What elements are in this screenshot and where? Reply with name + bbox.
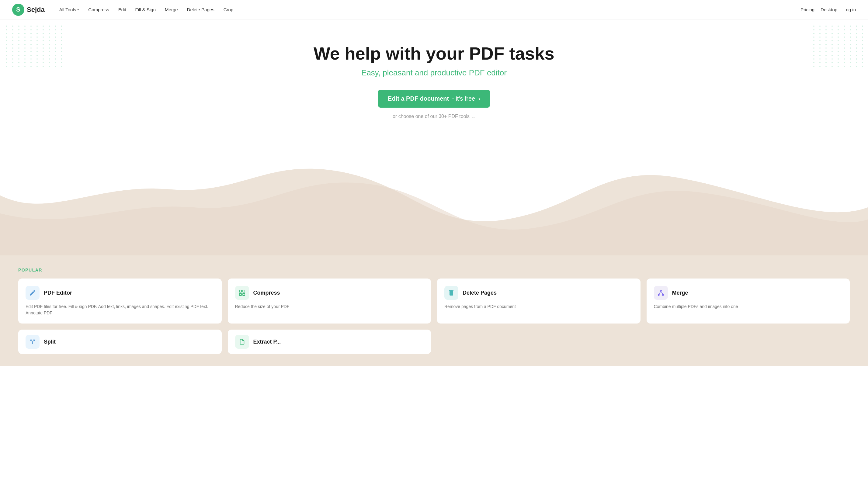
nav-login[interactable]: Log in (844, 7, 856, 12)
nav-compress[interactable]: Compress (85, 5, 113, 14)
pdf-editor-desc: Edit PDF files for free. Fill & sign PDF… (25, 304, 215, 316)
nav-fill-sign[interactable]: Fill & Sign (132, 5, 160, 14)
cta-free-text: - it's free (452, 95, 475, 102)
chevron-down-icon: ⌄ (472, 114, 475, 119)
nav-right: Pricing Desktop Log in (800, 7, 856, 12)
card-delete-pages[interactable]: Delete Pages Remove pages from a PDF doc… (437, 278, 641, 324)
popular-label: POPULAR (18, 255, 850, 278)
navbar: S Sejda All Tools ▾ Compress Edit Fill &… (0, 0, 868, 19)
svg-rect-3 (243, 293, 245, 295)
cta-edit-button[interactable]: Edit a PDF document - it's free › (378, 90, 490, 108)
nav-delete-pages[interactable]: Delete Pages (183, 5, 218, 14)
card-compress[interactable]: Compress Reduce the size of your PDF (228, 278, 431, 324)
wave-section (0, 135, 868, 255)
compress-icon (235, 286, 249, 300)
split-icon (25, 335, 39, 349)
logo-link[interactable]: S Sejda (12, 4, 45, 16)
delete-pages-desc: Remove pages from a PDF document (444, 304, 633, 310)
nav-all-tools[interactable]: All Tools ▾ (56, 5, 83, 14)
card-extract-pages[interactable]: Extract P... (228, 329, 431, 354)
hero-title: We help with your PDF tasks (6, 44, 862, 63)
wave-svg (0, 135, 868, 255)
split-title: Split (44, 339, 56, 345)
dots-left: // Will be filled by JS below (0, 19, 61, 111)
pdf-editor-icon (25, 286, 39, 300)
svg-point-4 (660, 290, 662, 291)
card-header: Merge (654, 286, 843, 300)
cta-main-text: Edit a PDF document (388, 95, 449, 102)
arrow-right-icon: › (478, 95, 480, 102)
logo-icon: S (12, 4, 24, 16)
compress-title: Compress (253, 290, 280, 296)
nav-desktop[interactable]: Desktop (820, 7, 837, 12)
svg-point-5 (658, 294, 659, 295)
hero-section: // Will be filled by JS below We help wi… (0, 19, 868, 123)
card-header: Compress (235, 286, 424, 300)
card-pdf-editor[interactable]: PDF Editor Edit PDF files for free. Fill… (18, 278, 222, 324)
svg-rect-0 (239, 290, 241, 292)
nav-merge[interactable]: Merge (161, 5, 182, 14)
second-row-cards: Split Extract P... (18, 329, 850, 354)
nav-edit[interactable]: Edit (115, 5, 130, 14)
merge-icon (654, 286, 668, 300)
compress-desc: Reduce the size of your PDF (235, 304, 424, 310)
choose-tools-link[interactable]: or choose one of our 30+ PDF tools ⌄ (6, 114, 862, 119)
delete-pages-icon (444, 286, 458, 300)
dots-right (807, 19, 868, 111)
hero-subtitle: Easy, pleasant and productive PDF editor (6, 68, 862, 78)
pdf-editor-title: PDF Editor (44, 290, 72, 296)
merge-desc: Combine multiple PDFs and images into on… (654, 304, 843, 310)
card-merge[interactable]: Merge Combine multiple PDFs and images i… (647, 278, 850, 324)
nav-pricing[interactable]: Pricing (800, 7, 815, 12)
svg-rect-2 (239, 293, 241, 295)
extract-pages-title: Extract P... (253, 339, 281, 345)
card-header: PDF Editor (25, 286, 215, 300)
nav-crop[interactable]: Crop (220, 5, 237, 14)
extract-pages-icon (235, 335, 249, 349)
svg-line-7 (659, 291, 661, 294)
logo-text: Sejda (27, 6, 45, 14)
svg-point-6 (662, 294, 664, 295)
nav-links: All Tools ▾ Compress Edit Fill & Sign Me… (56, 5, 801, 14)
svg-rect-1 (243, 290, 245, 292)
delete-pages-title: Delete Pages (463, 290, 497, 296)
merge-title: Merge (672, 290, 688, 296)
cards-section: POPULAR PDF Editor Edit PDF files for fr… (0, 255, 868, 366)
chevron-down-icon: ▾ (77, 7, 79, 12)
svg-line-8 (661, 291, 663, 294)
popular-cards-grid: PDF Editor Edit PDF files for free. Fill… (18, 278, 850, 324)
card-header: Delete Pages (444, 286, 633, 300)
card-split[interactable]: Split (18, 329, 222, 354)
